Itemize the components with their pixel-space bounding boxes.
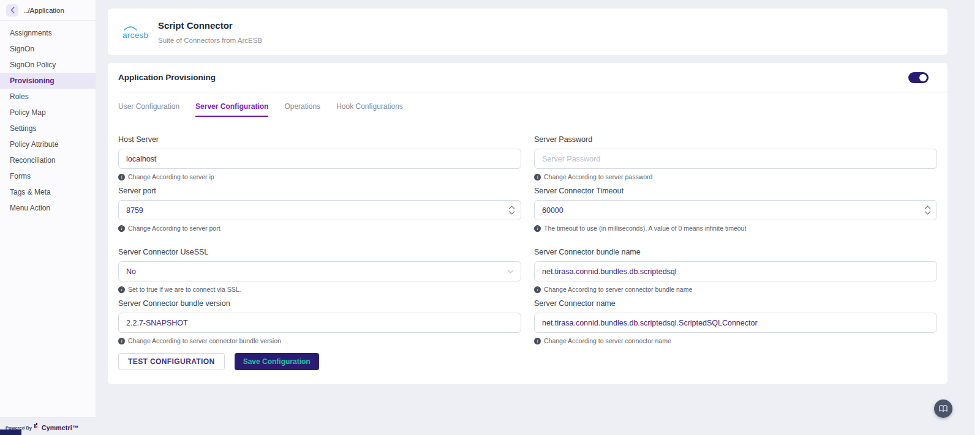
field-server-connector-usessl: Server Connector UseSSL No Set to true i… <box>118 248 521 293</box>
sidebar-item-forms[interactable]: Forms <box>0 168 96 184</box>
host-server-label: Host Server <box>118 135 521 144</box>
server-connector-bundle-version-input[interactable] <box>119 319 521 327</box>
connector-title-block: Script Connector Suite of Connectors fro… <box>158 20 262 44</box>
server-connector-bundle-name-input[interactable] <box>535 267 937 276</box>
server-connector-timeout-input[interactable] <box>535 206 937 215</box>
tab-user-configuration[interactable]: User Configuration <box>118 102 179 117</box>
sidebar-item-provisioning[interactable]: Provisioning <box>0 73 96 89</box>
host-server-input-box <box>118 149 521 169</box>
sidebar-item-policy-map[interactable]: Policy Map <box>0 105 96 121</box>
helper-text: Change According to server connector bun… <box>544 286 692 293</box>
sidebar-item-signon[interactable]: SignOn <box>0 41 96 57</box>
field-server-connector-bundle-name: Server Connector bundle name Change Acco… <box>534 248 937 293</box>
server-connector-bundle-version-input-box <box>118 313 521 333</box>
field-server-connector-bundle-version: Server Connector bundle version Change A… <box>118 299 521 344</box>
field-server-connector-timeout: Server Connector Timeout The timeout to … <box>534 187 937 232</box>
helper-text: Change According to server password <box>544 173 652 180</box>
info-icon <box>534 286 541 293</box>
form-actions: TEST CONFIGURATION Save Configuration <box>118 353 937 370</box>
info-icon <box>534 338 541 344</box>
info-icon <box>118 225 125 232</box>
sidebar-item-reconciliation[interactable]: Reconciliation <box>0 152 96 168</box>
sidebar-item-menu-action[interactable]: Menu Action <box>0 200 96 216</box>
tab-operations[interactable]: Operations <box>284 102 320 117</box>
back-button[interactable] <box>6 4 18 17</box>
server-port-stepper <box>508 201 515 220</box>
server-connector-bundle-name-helper: Change According to server connector bun… <box>534 286 937 293</box>
info-icon <box>118 338 125 344</box>
connector-header-card: arcesb Script Connector Suite of Connect… <box>108 9 948 55</box>
chevron-left-icon <box>10 7 15 13</box>
arcesb-logo-text: arcesb <box>123 31 148 40</box>
host-server-helper: Change According to server ip <box>118 173 521 180</box>
breadcrumb[interactable]: ../Application <box>24 7 64 14</box>
toggle-knob <box>919 74 927 81</box>
server-connector-name-label: Server Connector name <box>534 299 937 308</box>
cymmetri-logo-mark <box>34 420 39 431</box>
server-connector-usessl-helper: Set to true if we are to connect via SSL… <box>118 286 521 293</box>
server-connector-name-helper: Change According to server connector nam… <box>534 337 937 344</box>
arcesb-logo-arc <box>124 26 137 31</box>
helper-text: Change According to server port <box>128 225 221 232</box>
server-connector-timeout-label: Server Connector Timeout <box>534 187 937 195</box>
server-port-input[interactable] <box>119 206 521 215</box>
usessl-selected-value: No <box>119 267 521 276</box>
server-configuration-form: Host Server Change According to server i… <box>118 135 937 344</box>
server-password-input-box <box>534 149 937 169</box>
field-server-port: Server port Change According to server p… <box>118 187 521 232</box>
field-server-connector-name: Server Connector name Change According t… <box>534 299 937 344</box>
tab-server-configuration[interactable]: Server Configuration <box>195 102 268 117</box>
server-connector-bundle-name-input-box <box>534 261 937 281</box>
save-configuration-button[interactable]: Save Configuration <box>235 353 319 370</box>
stepper-down-icon[interactable] <box>508 211 515 215</box>
server-connector-timeout-input-box <box>534 200 937 220</box>
sidebar-item-policy-attribute[interactable]: Policy Attribute <box>0 136 96 152</box>
stepper-up-icon[interactable] <box>924 206 931 209</box>
section-title: Application Provisioning <box>118 73 216 82</box>
sidebar: ../Application Assignments SignOn SignOn… <box>0 0 96 418</box>
server-connector-usessl-label: Server Connector UseSSL <box>118 248 521 256</box>
provisioning-card: Application Provisioning User Configurat… <box>108 63 948 384</box>
chevron-down-icon <box>507 270 514 273</box>
server-connector-bundle-version-label: Server Connector bundle version <box>118 299 521 308</box>
field-host-server: Host Server Change According to server i… <box>118 135 521 180</box>
test-configuration-button[interactable]: TEST CONFIGURATION <box>118 353 225 370</box>
scrollbar[interactable] <box>974 0 980 435</box>
server-password-helper: Change According to server password <box>534 173 937 180</box>
server-port-label: Server port <box>118 187 521 195</box>
server-connector-name-input-box <box>534 313 937 333</box>
server-connector-name-input[interactable] <box>535 319 937 327</box>
stepper-down-icon[interactable] <box>924 211 931 215</box>
server-connector-timeout-stepper <box>924 201 931 220</box>
server-password-label: Server Password <box>534 135 937 144</box>
arcesb-logo: arcesb <box>123 26 147 40</box>
server-port-input-box <box>118 200 521 220</box>
docs-fab-button[interactable] <box>934 400 952 418</box>
link-preview-stub <box>0 429 21 435</box>
page-subtitle: Suite of Connectors from ArcESB <box>158 37 262 44</box>
helper-text: Change According to server connector bun… <box>128 337 281 344</box>
host-server-input[interactable] <box>119 155 521 163</box>
tab-hook-configurations[interactable]: Hook Configurations <box>336 102 403 117</box>
tab-bar: User Configuration Server Configuration … <box>118 92 937 117</box>
cymmetri-brand-text: Cymmetri™ <box>42 424 79 431</box>
sidebar-item-roles[interactable]: Roles <box>0 89 96 105</box>
info-icon <box>534 174 541 180</box>
sidebar-item-settings[interactable]: Settings <box>0 121 96 136</box>
sidebar-item-tags-meta[interactable]: Tags & Meta <box>0 184 96 200</box>
server-password-input[interactable] <box>535 155 937 163</box>
info-icon <box>534 225 541 232</box>
sidebar-item-signon-policy[interactable]: SignOn Policy <box>0 57 96 73</box>
sidebar-nav: Assignments SignOn SignOn Policy Provisi… <box>0 21 96 216</box>
server-connector-usessl-select[interactable]: No <box>118 261 521 281</box>
server-connector-bundle-version-helper: Change According to server connector bun… <box>118 337 521 344</box>
stepper-up-icon[interactable] <box>508 206 515 209</box>
server-connector-timeout-helper: The timeout to use (in milliseconds). A … <box>534 225 937 232</box>
sidebar-item-assignments[interactable]: Assignments <box>0 25 96 41</box>
helper-text: The timeout to use (in milliseconds). A … <box>544 225 746 232</box>
server-connector-bundle-name-label: Server Connector bundle name <box>534 248 937 256</box>
info-icon <box>118 286 125 293</box>
info-icon <box>118 174 125 180</box>
helper-text: Change According to server connector nam… <box>544 337 671 344</box>
provisioning-toggle[interactable] <box>908 72 929 83</box>
